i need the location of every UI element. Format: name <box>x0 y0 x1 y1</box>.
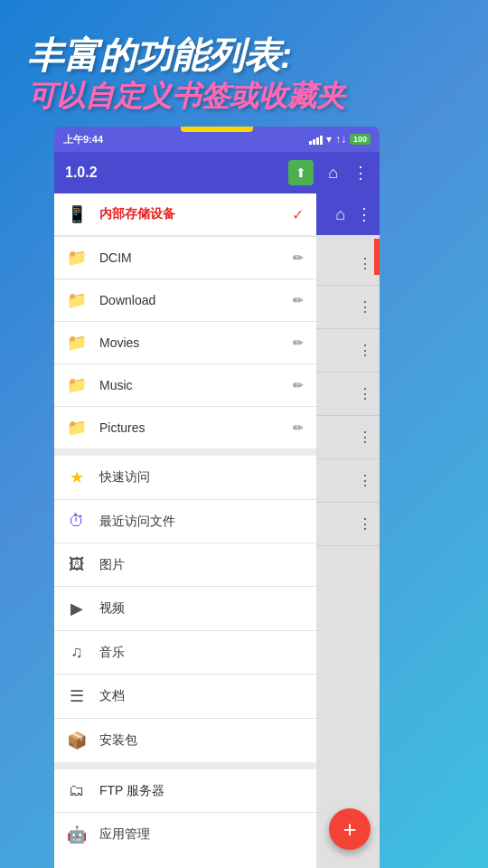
edit-icon[interactable]: ✏ <box>293 378 304 392</box>
folder-name-music: Music <box>99 378 293 392</box>
quick-label-recent: 最近访问文件 <box>99 514 304 530</box>
three-dots-icon[interactable]: ⋮ <box>358 342 372 359</box>
signal-bar-3 <box>316 137 319 145</box>
edit-icon[interactable]: ✏ <box>293 293 304 307</box>
right-panel-header: ⌂ ⋮ <box>316 193 380 235</box>
promo-line1: 丰富的功能列表: <box>27 35 292 75</box>
edit-icon[interactable]: ✏ <box>293 250 304 265</box>
folder-icon: 📁 <box>67 290 87 310</box>
folder-icon: 📁 <box>67 375 87 395</box>
phone-mockup: 上午9:44 ▾ ↑↓ 100 1.0.2 ⬆ ⌂ ⋮ <box>54 127 380 868</box>
quick-label-app-manager: 应用管理 <box>99 826 304 843</box>
more-options-icon[interactable]: ⋮ <box>352 163 369 183</box>
folder-item-movies[interactable]: 📁 Movies ✏ <box>54 322 316 363</box>
three-dots-icon[interactable]: ⋮ <box>358 515 372 533</box>
apk-item[interactable]: 📦 安装包 <box>54 719 316 762</box>
music-item[interactable]: ♫ 音乐 <box>54 631 316 674</box>
storage-icon: 📱 <box>67 204 87 224</box>
quick-label-docs: 文档 <box>99 688 304 704</box>
share-icon: ⬆ <box>296 165 306 180</box>
three-dots-icon[interactable]: ⋮ <box>358 385 372 402</box>
folder-name-dcim: DCIM <box>99 250 293 265</box>
right-panel-item: ⋮ <box>316 373 380 416</box>
edit-icon[interactable]: ✏ <box>293 335 304 350</box>
signal-bar-4 <box>320 136 323 145</box>
promo-area: 丰富的功能列表: 可以自定义书签或收藏夹 <box>0 0 488 140</box>
header-actions: ⬆ ⌂ ⋮ <box>288 160 369 185</box>
wifi-icon: ▾ <box>326 133 332 146</box>
right-panel: ⌂ ⋮ ⋮ ⋮ ⋮ ⋮ ⋮ ⋮ <box>316 193 380 868</box>
quick-label-music: 音乐 <box>99 645 304 661</box>
server-icon: 🗂 <box>67 781 87 800</box>
server-section: 🗂 FTP 服务器 🤖 应用管理 <box>54 769 316 856</box>
app-manager-item[interactable]: 🤖 应用管理 <box>54 813 316 856</box>
edit-icon[interactable]: ✏ <box>293 420 304 435</box>
folder-name-movies: Movies <box>99 335 293 350</box>
folder-section: 📁 DCIM ✏ 📁 Download ✏ 📁 Movies ✏ <box>54 237 316 448</box>
folder-name-download: Download <box>99 293 293 307</box>
right-panel-item: ⋮ <box>316 242 380 286</box>
package-icon: 📦 <box>67 731 87 750</box>
quick-access-item[interactable]: ★ 快速访问 <box>54 456 316 499</box>
docs-item[interactable]: ☰ 文档 <box>54 675 316 718</box>
status-time: 上午9:44 <box>63 133 103 146</box>
right-panel-item: ⋮ <box>316 503 380 546</box>
folder-icon: 📁 <box>67 418 87 438</box>
three-dots-icon[interactable]: ⋮ <box>358 255 372 272</box>
app-version: 1.0.2 <box>65 165 98 181</box>
share-button[interactable]: ⬆ <box>288 160 314 185</box>
music-icon: ♫ <box>67 643 87 662</box>
right-panel-item: ⋮ <box>316 286 380 329</box>
fab-plus-icon: + <box>343 816 356 844</box>
folder-icon: 📁 <box>67 248 87 268</box>
signal-strength-icon: ↑↓ <box>335 133 346 146</box>
video-icon: ▶ <box>67 599 87 618</box>
signal-bar-2 <box>313 139 315 145</box>
three-dots-icon[interactable]: ⋮ <box>358 472 372 489</box>
quick-label-video: 视频 <box>99 600 304 617</box>
folder-icon: 📁 <box>67 333 87 353</box>
recent-files-item[interactable]: ⏱ 最近访问文件 <box>54 500 316 542</box>
quick-label-apk: 安装包 <box>99 732 304 749</box>
promo-line2: 可以自定义书签或收藏夹 <box>27 79 345 113</box>
storage-header-item[interactable]: 📱 内部存储设备 ✓ <box>54 193 316 236</box>
star-icon: ★ <box>67 467 87 487</box>
home-icon[interactable]: ⌂ <box>328 164 338 183</box>
app-header: 1.0.2 ⬆ ⌂ ⋮ <box>54 152 380 193</box>
fab-button[interactable]: + <box>329 808 371 850</box>
right-home-icon[interactable]: ⌂ <box>335 205 345 224</box>
document-icon: ☰ <box>67 686 87 706</box>
quick-label-bookmark: 快速访问 <box>99 469 304 486</box>
red-tab <box>374 239 380 275</box>
right-more-icon[interactable]: ⋮ <box>356 204 372 224</box>
yellow-bar <box>181 127 253 132</box>
folder-item-dcim[interactable]: 📁 DCIM ✏ <box>54 237 316 278</box>
quick-section: ★ 快速访问 ⏱ 最近访问文件 🖼 图片 ▶ 视频 <box>54 456 316 762</box>
android-icon: 🤖 <box>67 825 87 844</box>
three-dots-icon[interactable]: ⋮ <box>358 429 372 446</box>
storage-label: 内部存储设备 <box>99 206 292 222</box>
video-item[interactable]: ▶ 视频 <box>54 587 316 630</box>
section-divider <box>54 448 316 456</box>
pictures-item[interactable]: 🖼 图片 <box>54 543 316 586</box>
three-dots-icon[interactable]: ⋮ <box>358 298 372 316</box>
folder-name-pictures: Pictures <box>99 420 293 435</box>
quick-label-pictures: 图片 <box>99 557 304 573</box>
image-icon: 🖼 <box>67 555 87 574</box>
signal-bar-1 <box>309 141 312 145</box>
main-content: 📱 内部存储设备 ✓ 📁 DCIM ✏ 📁 Download ✏ <box>54 193 380 868</box>
status-icons: ▾ ↑↓ 100 <box>309 133 371 146</box>
ftp-server-item[interactable]: 🗂 FTP 服务器 <box>54 769 316 812</box>
right-panel-item: ⋮ <box>316 459 380 503</box>
right-panel-item: ⋮ <box>316 416 380 459</box>
right-panel-item: ⋮ <box>316 329 380 373</box>
folder-item-download[interactable]: 📁 Download ✏ <box>54 279 316 321</box>
battery-icon: 100 <box>350 134 371 145</box>
recent-icon: ⏱ <box>67 512 87 531</box>
signal-bars-icon <box>309 134 323 145</box>
folder-item-music[interactable]: 📁 Music ✏ <box>54 364 316 406</box>
folder-item-pictures[interactable]: 📁 Pictures ✏ <box>54 407 316 448</box>
sidebar: 📱 内部存储设备 ✓ 📁 DCIM ✏ 📁 Download ✏ <box>54 193 316 868</box>
check-icon: ✓ <box>292 206 304 223</box>
right-panel-items: ⋮ ⋮ ⋮ ⋮ ⋮ ⋮ ⋮ <box>316 235 380 553</box>
